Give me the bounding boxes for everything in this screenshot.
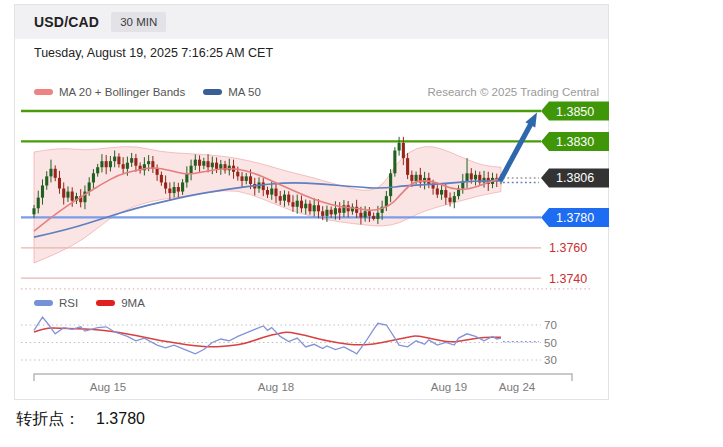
- svg-text:30: 30: [544, 354, 557, 366]
- svg-text:1.3806: 1.3806: [556, 171, 594, 185]
- last-price-dotted-line: [503, 178, 539, 183]
- bollinger-band: [34, 147, 501, 263]
- symbol-title: USD/CAD: [34, 14, 99, 30]
- pivot-point-row: 转折点：1.3780: [16, 409, 145, 430]
- chart-header: USD/CAD 30 MIN: [15, 5, 608, 39]
- svg-text:1.3850: 1.3850: [556, 105, 594, 119]
- x-axis: Aug 15Aug 18Aug 19Aug 24: [34, 374, 572, 393]
- x-tick-label: Aug 15: [90, 381, 126, 393]
- svg-text:1.3760: 1.3760: [549, 241, 587, 255]
- price-chart: 1.38501.38301.38061.37801.37601.37407050…: [15, 97, 610, 397]
- pivot-value: 1.3780: [96, 410, 145, 427]
- price-level-tags: 1.38501.38301.38061.37801.37601.3740: [541, 102, 609, 286]
- ma20-bollinger-swatch-icon: [34, 89, 53, 95]
- chart-card: USD/CAD 30 MIN Tuesday, August 19, 2025 …: [14, 4, 609, 400]
- svg-text:70: 70: [544, 319, 557, 331]
- pivot-label: 转折点：: [16, 410, 80, 427]
- svg-text:1.3780: 1.3780: [556, 211, 594, 225]
- projection-arrow: [500, 113, 537, 181]
- x-tick-label: Aug 18: [258, 381, 294, 393]
- x-tick-label: Aug 24: [499, 381, 536, 393]
- rsi-panel: 705030: [21, 317, 557, 366]
- x-tick-label: Aug 19: [431, 381, 467, 393]
- svg-text:50: 50: [544, 337, 557, 349]
- svg-text:1.3830: 1.3830: [556, 135, 594, 149]
- chart-datetime: Tuesday, August 19, 2025 7:16:25 AM CET: [34, 46, 273, 60]
- ma50-swatch-icon: [203, 89, 222, 95]
- timeframe-badge: 30 MIN: [111, 12, 166, 32]
- svg-text:1.3740: 1.3740: [549, 272, 587, 286]
